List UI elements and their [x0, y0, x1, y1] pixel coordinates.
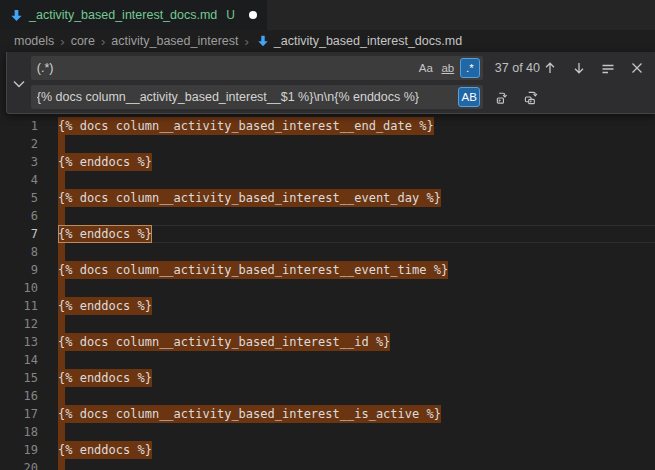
- code-line[interactable]: {% enddocs %}: [58, 153, 655, 171]
- code-line[interactable]: [58, 207, 655, 225]
- search-match: {% docs column__activity_based_interest_…: [58, 333, 390, 351]
- markdown-file-icon: [257, 35, 269, 47]
- replace-one-button[interactable]: [493, 87, 513, 107]
- breadcrumb-activity-based-interest[interactable]: activity_based_interest: [111, 34, 238, 48]
- editor-line[interactable]: 3{% enddocs %}: [0, 153, 655, 171]
- breadcrumb-file[interactable]: _activity_based_interest_docs.md: [274, 34, 462, 48]
- chevron-right-icon: ›: [59, 34, 65, 49]
- search-match: {% enddocs %}: [58, 369, 152, 387]
- breadcrumb-core[interactable]: core: [71, 34, 95, 48]
- editor-line[interactable]: 19{% enddocs %}: [0, 441, 655, 459]
- code-line[interactable]: [58, 279, 655, 297]
- replace-all-button[interactable]: [522, 87, 542, 107]
- line-number[interactable]: 18: [0, 423, 38, 441]
- editor-line[interactable]: 9{% docs column__activity_based_interest…: [0, 261, 655, 279]
- editor-line[interactable]: 18: [0, 423, 655, 441]
- line-number[interactable]: 20: [0, 459, 38, 470]
- line-number[interactable]: 7: [0, 225, 38, 243]
- toggle-replace-button[interactable]: [7, 52, 31, 113]
- find-row: (.*) Aa ab .* 37 of 40: [31, 56, 651, 80]
- search-match-empty: [58, 279, 65, 297]
- line-number[interactable]: 4: [0, 171, 38, 189]
- replace-input-value: {% docs column__activity_based_interest_…: [37, 90, 457, 104]
- line-number[interactable]: 12: [0, 315, 38, 333]
- tab-bar: _activity_based_interest_docs.md U: [0, 0, 655, 30]
- editor-line[interactable]: 4: [0, 171, 655, 189]
- line-number[interactable]: 2: [0, 135, 38, 153]
- editor-line[interactable]: 5{% docs column__activity_based_interest…: [0, 189, 655, 207]
- search-match-empty: [58, 135, 65, 153]
- next-match-button[interactable]: [569, 58, 589, 78]
- code-line[interactable]: [58, 315, 655, 333]
- line-number[interactable]: 13: [0, 333, 38, 351]
- editor-line[interactable]: 10: [0, 279, 655, 297]
- search-match-empty: [58, 171, 65, 189]
- code-line[interactable]: {% docs column__activity_based_interest_…: [58, 117, 655, 135]
- line-number[interactable]: 6: [0, 207, 38, 225]
- editor-line[interactable]: 20: [0, 459, 655, 470]
- editor-line[interactable]: 12: [0, 315, 655, 333]
- code-line[interactable]: [58, 171, 655, 189]
- editor-line[interactable]: 17{% docs column__activity_based_interes…: [0, 405, 655, 423]
- whole-word-toggle[interactable]: ab: [438, 58, 458, 78]
- code-line[interactable]: [58, 135, 655, 153]
- code-line[interactable]: {% enddocs %}: [58, 225, 655, 243]
- replace-input[interactable]: {% docs column__activity_based_interest_…: [31, 85, 483, 109]
- code-line[interactable]: [58, 243, 655, 261]
- line-number[interactable]: 8: [0, 243, 38, 261]
- replace-all-icon: [524, 90, 539, 105]
- breadcrumb-models[interactable]: models: [14, 34, 54, 48]
- replace-icon: [495, 90, 510, 105]
- editor-line[interactable]: 14: [0, 351, 655, 369]
- chevron-down-icon: [13, 74, 25, 92]
- search-match: {% enddocs %}: [58, 225, 152, 243]
- find-in-selection-button[interactable]: [598, 58, 618, 78]
- code-line[interactable]: [58, 423, 655, 441]
- editor-line[interactable]: 6: [0, 207, 655, 225]
- tab-activity-based-interest-docs[interactable]: _activity_based_interest_docs.md U: [0, 0, 267, 30]
- code-line[interactable]: {% enddocs %}: [58, 297, 655, 315]
- editor-line[interactable]: 2: [0, 135, 655, 153]
- code-line[interactable]: {% docs column__activity_based_interest_…: [58, 189, 655, 207]
- arrow-down-icon: [572, 61, 586, 75]
- preserve-case-toggle[interactable]: AB: [458, 87, 479, 107]
- editor[interactable]: 1{% docs column__activity_based_interest…: [0, 52, 655, 470]
- code-line[interactable]: {% enddocs %}: [58, 369, 655, 387]
- search-match-empty: [58, 315, 65, 333]
- editor-line[interactable]: 7{% enddocs %}: [0, 225, 655, 243]
- line-number[interactable]: 3: [0, 153, 38, 171]
- line-number[interactable]: 16: [0, 387, 38, 405]
- line-number[interactable]: 1: [0, 117, 38, 135]
- code-line[interactable]: {% enddocs %}: [58, 441, 655, 459]
- close-find-button[interactable]: [627, 58, 647, 78]
- previous-match-button[interactable]: [540, 58, 560, 78]
- line-number[interactable]: 5: [0, 189, 38, 207]
- code-line[interactable]: [58, 387, 655, 405]
- find-input[interactable]: (.*) Aa ab .*: [31, 56, 483, 80]
- editor-line[interactable]: 13{% docs column__activity_based_interes…: [0, 333, 655, 351]
- code-line[interactable]: {% docs column__activity_based_interest_…: [58, 405, 655, 423]
- match-case-toggle[interactable]: Aa: [416, 58, 436, 78]
- line-number[interactable]: 9: [0, 261, 38, 279]
- line-number[interactable]: 15: [0, 369, 38, 387]
- regex-toggle[interactable]: .*: [460, 58, 480, 78]
- code-line[interactable]: [58, 459, 655, 470]
- line-number[interactable]: 14: [0, 351, 38, 369]
- editor-line[interactable]: 16: [0, 387, 655, 405]
- line-number[interactable]: 10: [0, 279, 38, 297]
- editor-line[interactable]: 15{% enddocs %}: [0, 369, 655, 387]
- code-line[interactable]: {% docs column__activity_based_interest_…: [58, 261, 655, 279]
- line-number[interactable]: 19: [0, 441, 38, 459]
- code-line[interactable]: {% docs column__activity_based_interest_…: [58, 333, 655, 351]
- search-match: {% docs column__activity_based_interest_…: [58, 261, 448, 279]
- line-number[interactable]: 11: [0, 297, 38, 315]
- editor-line[interactable]: 1{% docs column__activity_based_interest…: [0, 117, 655, 135]
- code-line[interactable]: [58, 351, 655, 369]
- unsaved-dot-icon[interactable]: [249, 11, 257, 19]
- breadcrumb: models › core › activity_based_interest …: [0, 30, 655, 52]
- line-number[interactable]: 17: [0, 405, 38, 423]
- editor-line[interactable]: 8: [0, 243, 655, 261]
- search-match: {% docs column__activity_based_interest_…: [58, 405, 441, 423]
- search-match: {% enddocs %}: [58, 441, 152, 459]
- editor-line[interactable]: 11{% enddocs %}: [0, 297, 655, 315]
